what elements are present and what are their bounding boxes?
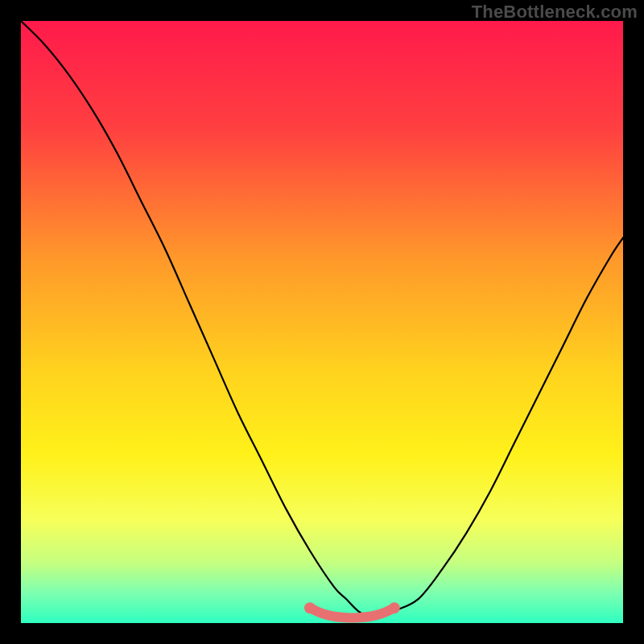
bottleneck-chart [0,0,644,644]
highlight-endpoint-left [304,602,316,613]
plot-background [21,21,623,623]
chart-frame: TheBottleneck.com [0,0,644,644]
watermark-text: TheBottleneck.com [472,2,638,23]
highlight-endpoint-right [389,602,400,613]
